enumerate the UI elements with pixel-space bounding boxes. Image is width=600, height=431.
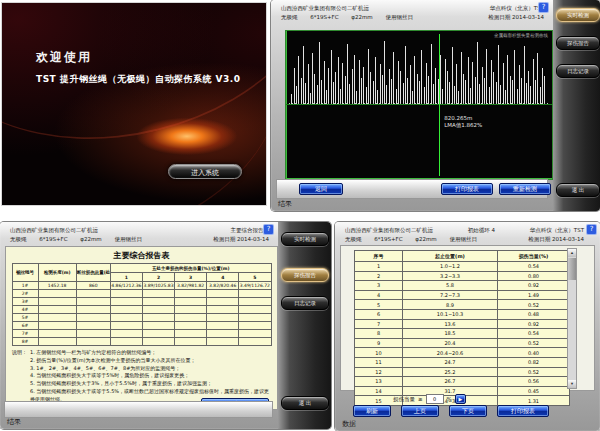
- scroll-up-button[interactable]: ▲: [568, 249, 576, 257]
- cursor-position-text: 820.265m: [444, 115, 482, 122]
- filter-value-input[interactable]: [426, 394, 444, 404]
- filter-unit: %: [447, 396, 452, 402]
- welcome-text: 欢迎使用: [36, 49, 92, 66]
- menu-realtime-button[interactable]: 实时检测: [281, 232, 329, 246]
- chart-bar: [496, 82, 497, 104]
- chart-bar: [333, 82, 334, 104]
- table-row[interactable]: 58.90.52: [355, 300, 570, 310]
- report-window: 山西汾西矿业集团有限公司二矿机运 主要综合报告表 无极绳 6*19S+FC φ2…: [0, 222, 331, 429]
- refresh-button[interactable]: 刷新: [353, 405, 391, 417]
- damage-table: 序号 起止位置(m) 损伤当量(%) 11.0~1.20.5423.2~3.30…: [354, 250, 570, 406]
- table-cell: 10.1~10.3: [403, 309, 498, 319]
- table-cell: 4#: [12, 306, 38, 314]
- restart-detect-button[interactable]: 重新检测: [499, 183, 551, 195]
- table-row[interactable]: 4#: [12, 306, 271, 314]
- table-row[interactable]: 1225.20.52: [355, 367, 570, 377]
- chart-bar: [338, 57, 339, 103]
- print-report-button[interactable]: 打印报表: [441, 183, 493, 195]
- table-cell: 7: [355, 319, 403, 329]
- menu-report-button[interactable]: 探伤报告: [281, 268, 329, 282]
- chart-bar: [308, 64, 309, 103]
- table-row[interactable]: 610.1~10.30.48: [355, 309, 570, 319]
- chart-bar: [368, 49, 369, 103]
- sub-col-header: 4: [207, 273, 239, 282]
- chart-bar: [435, 68, 436, 103]
- table-cell: [110, 306, 142, 314]
- chart-bar: [424, 87, 425, 103]
- chart-bar: [449, 82, 450, 103]
- menu-log-button[interactable]: 日志记录: [556, 64, 600, 78]
- chart-bar: [477, 42, 478, 103]
- menu-report-button[interactable]: 探伤报告: [556, 36, 600, 50]
- apply-filter-button[interactable]: ▶: [455, 394, 466, 404]
- chart-bar: [470, 88, 471, 104]
- col-position-header: 起止位置(m): [403, 251, 498, 262]
- print-report-button[interactable]: 打印报表: [497, 405, 549, 417]
- table-row[interactable]: 1020.4~20.60.40: [355, 348, 570, 358]
- table-row[interactable]: 3#: [12, 298, 271, 306]
- menu-log-button[interactable]: 日志记录: [281, 296, 329, 310]
- rope-usage-text: 使用钢丝日: [449, 236, 477, 242]
- table-row[interactable]: 818.50.54: [355, 329, 570, 339]
- table-cell: 0.45: [498, 386, 570, 396]
- enter-system-button[interactable]: 进入系统: [168, 164, 242, 179]
- table-cell: 12: [355, 367, 403, 377]
- note-line: 5. 当钢丝绳截面积损失大于3%，且小于5.5%时，属于重度损伤，建议加强监测；: [12, 380, 273, 388]
- table-row[interactable]: 1326.70.56: [355, 377, 570, 387]
- table-row[interactable]: 8#: [12, 338, 271, 346]
- table-cell: 25.2: [403, 367, 498, 377]
- rope-usage-text: 使用钢丝日: [385, 14, 413, 20]
- scroll-thumb[interactable]: [568, 258, 576, 280]
- help-icon[interactable]: ?: [264, 225, 273, 234]
- help-icon[interactable]: ?: [539, 3, 548, 12]
- vendor-text: 华点科仪（北京）TST: [490, 4, 544, 13]
- rope-structure-text: 6*19S+FC: [39, 236, 67, 242]
- table-cell: 3.89/1025.83: [142, 282, 174, 290]
- prev-page-button[interactable]: 上页: [401, 405, 439, 417]
- scroll-down-button[interactable]: ▼: [568, 380, 576, 388]
- back-button[interactable]: 返回: [299, 183, 343, 195]
- chart-bar: [347, 44, 348, 104]
- chart-bar: [484, 78, 485, 103]
- table-cell: 3.82/981.82: [175, 282, 207, 290]
- table-cell: [76, 338, 110, 346]
- table-cell: [175, 314, 207, 322]
- next-page-button[interactable]: 下页: [449, 405, 487, 417]
- damage-filter: 损伤当量 ≥ % ▶: [393, 394, 466, 404]
- chart-bar: [359, 60, 360, 104]
- table-row[interactable]: 5#: [12, 314, 271, 322]
- table-row[interactable]: 47.2~7.31.49: [355, 290, 570, 300]
- table-row[interactable]: 1#1452.188604.86/1212.363.89/1025.833.82…: [12, 282, 271, 290]
- table-row[interactable]: 23.2~3.30.80: [355, 271, 570, 281]
- table-cell: 3.82/820.46: [207, 282, 239, 290]
- chart-bar: [301, 78, 302, 104]
- table-row[interactable]: 713.60.92: [355, 319, 570, 329]
- table-cell: [175, 290, 207, 298]
- exit-button[interactable]: 退 出: [281, 396, 329, 410]
- table-row[interactable]: 7#: [12, 330, 271, 338]
- rope-type-text: 无极绳: [10, 236, 27, 242]
- table-cell: [207, 322, 239, 330]
- chart-cursor-line[interactable]: [439, 34, 440, 176]
- table-row[interactable]: 1124.70.82: [355, 357, 570, 367]
- menu-realtime-button[interactable]: 实时检测: [556, 8, 600, 22]
- table-row[interactable]: 11.0~1.20.54: [355, 262, 570, 272]
- table-cell: 6#: [12, 322, 38, 330]
- table-row[interactable]: 2#: [12, 290, 271, 298]
- table-scrollbar[interactable]: ▲ ▼: [567, 248, 577, 389]
- table-row[interactable]: 920.40.52: [355, 338, 570, 348]
- chart-bar: [498, 45, 499, 104]
- table-row[interactable]: 6#: [12, 322, 271, 330]
- table-cell: 10: [355, 348, 403, 358]
- chart-bar: [340, 89, 341, 104]
- chart-bar: [391, 79, 392, 104]
- table-cell: [38, 298, 76, 306]
- table-row[interactable]: 35.80.92: [355, 281, 570, 291]
- col-length-header: 检测长度(m): [38, 264, 76, 282]
- table-cell: 5.8: [403, 281, 498, 291]
- chart-bar: [319, 42, 320, 103]
- table-cell: 860: [76, 282, 110, 290]
- help-icon[interactable]: ?: [587, 225, 596, 234]
- detection-window: 山西汾西矿业集团有限公司二矿机运 华点科仪（北京）TST 无极绳 6*19S+F…: [271, 0, 600, 211]
- exit-button[interactable]: 退 出: [556, 183, 600, 197]
